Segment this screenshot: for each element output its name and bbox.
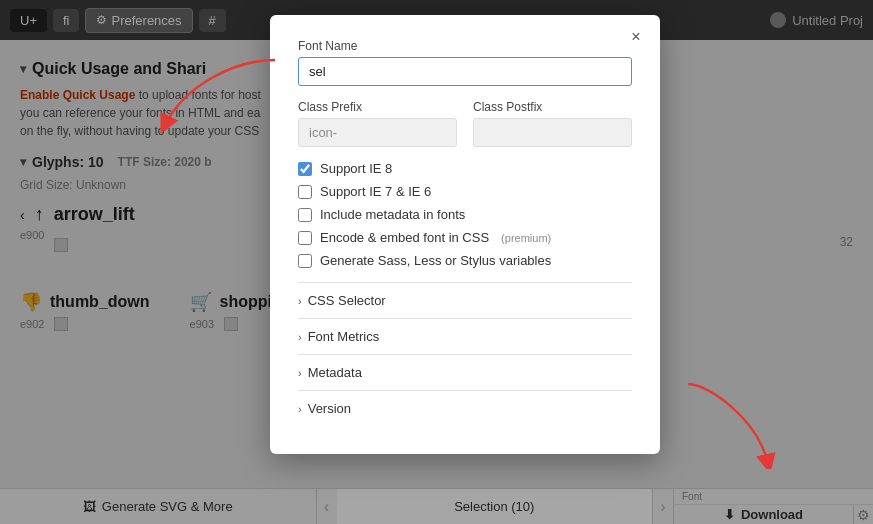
support-ie76-label: Support IE 7 & IE 6 <box>320 184 431 199</box>
version-arrow-icon: › <box>298 403 302 415</box>
version-section[interactable]: › Version <box>298 390 632 426</box>
css-selector-label: CSS Selector <box>308 293 386 308</box>
support-ie76-checkbox[interactable] <box>298 185 312 199</box>
class-prefix-group: Class Prefix <box>298 100 457 147</box>
support-ie76-group: Support IE 7 & IE 6 <box>298 184 632 199</box>
font-name-group: Font Name <box>298 39 632 86</box>
support-ie8-checkbox[interactable] <box>298 162 312 176</box>
class-postfix-input[interactable] <box>473 118 632 147</box>
class-postfix-label: Class Postfix <box>473 100 632 114</box>
font-name-input[interactable] <box>298 57 632 86</box>
generate-sass-label: Generate Sass, Less or Stylus variables <box>320 253 551 268</box>
font-metrics-arrow-icon: › <box>298 331 302 343</box>
class-prefix-label: Class Prefix <box>298 100 457 114</box>
include-metadata-label: Include metadata in fonts <box>320 207 465 222</box>
class-postfix-group: Class Postfix <box>473 100 632 147</box>
font-metrics-section[interactable]: › Font Metrics <box>298 318 632 354</box>
premium-badge: (premium) <box>501 232 551 244</box>
close-icon: × <box>631 28 640 46</box>
generate-sass-group: Generate Sass, Less or Stylus variables <box>298 253 632 268</box>
preferences-modal: × Font Name Class Prefix Class Postfix S… <box>270 15 660 454</box>
metadata-label: Metadata <box>308 365 362 380</box>
font-metrics-label: Font Metrics <box>308 329 380 344</box>
class-prefix-input[interactable] <box>298 118 457 147</box>
support-ie8-label: Support IE 8 <box>320 161 392 176</box>
include-metadata-group: Include metadata in fonts <box>298 207 632 222</box>
css-selector-section[interactable]: › CSS Selector <box>298 282 632 318</box>
encode-embed-label: Encode & embed font in CSS <box>320 230 489 245</box>
font-name-label: Font Name <box>298 39 632 53</box>
version-label: Version <box>308 401 351 416</box>
modal-close-btn[interactable]: × <box>624 25 648 49</box>
css-selector-arrow-icon: › <box>298 295 302 307</box>
support-ie8-group: Support IE 8 <box>298 161 632 176</box>
class-fields-row: Class Prefix Class Postfix <box>298 100 632 147</box>
metadata-section[interactable]: › Metadata <box>298 354 632 390</box>
metadata-arrow-icon: › <box>298 367 302 379</box>
include-metadata-checkbox[interactable] <box>298 208 312 222</box>
encode-embed-checkbox[interactable] <box>298 231 312 245</box>
generate-sass-checkbox[interactable] <box>298 254 312 268</box>
encode-embed-group: Encode & embed font in CSS (premium) <box>298 230 632 245</box>
